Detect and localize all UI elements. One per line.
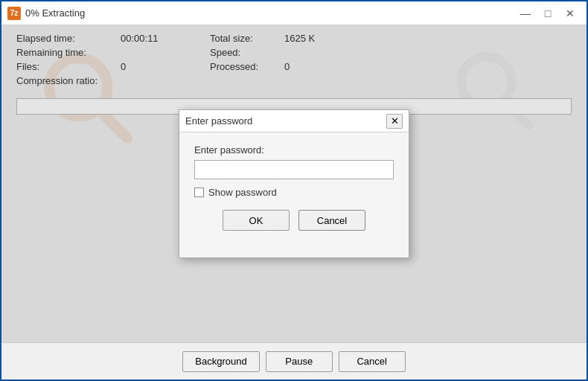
pause-button[interactable]: Pause xyxy=(266,351,333,372)
cancel-button[interactable]: Cancel xyxy=(339,351,406,372)
bottom-bar: Background Pause Cancel xyxy=(1,342,587,380)
window-title: 0% Extracting xyxy=(25,7,515,19)
show-password-label[interactable]: Show password xyxy=(208,187,277,198)
password-label: Enter password: xyxy=(194,144,394,156)
close-button[interactable]: ✕ xyxy=(560,5,581,22)
ok-button[interactable]: OK xyxy=(223,210,290,231)
title-bar: 7z 0% Extracting — □ ✕ xyxy=(1,1,587,25)
password-input[interactable] xyxy=(194,160,394,179)
minimize-button[interactable]: — xyxy=(515,5,536,22)
modal-body: Enter password: Show password OK Cancel xyxy=(179,132,409,246)
background-button[interactable]: Background xyxy=(182,351,259,372)
content-area: rismu Elapsed time: 00:00:11 Total size:… xyxy=(1,25,587,342)
modal-title: Enter password xyxy=(185,115,386,127)
show-password-checkbox[interactable] xyxy=(194,188,204,197)
modal-close-button[interactable]: ✕ xyxy=(386,114,403,129)
password-dialog: Enter password ✕ Enter password: Show pa… xyxy=(179,109,409,258)
window-controls: — □ ✕ xyxy=(515,5,581,22)
modal-buttons: OK Cancel xyxy=(194,210,394,231)
main-window: 7z 0% Extracting — □ ✕ rismu xyxy=(0,0,588,381)
show-password-row: Show password xyxy=(194,187,394,198)
maximize-button[interactable]: □ xyxy=(537,5,558,22)
app-icon: 7z xyxy=(7,7,21,20)
modal-title-bar: Enter password ✕ xyxy=(179,110,409,132)
modal-overlay: Enter password ✕ Enter password: Show pa… xyxy=(1,25,587,342)
cancel-button[interactable]: Cancel xyxy=(298,210,365,231)
